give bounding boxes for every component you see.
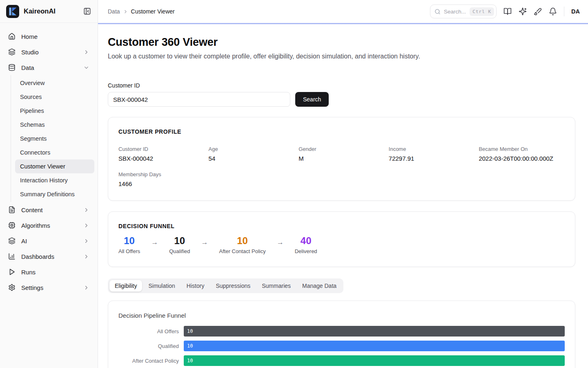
docs-button[interactable] xyxy=(503,7,512,16)
ai-assistant-button[interactable] xyxy=(519,7,527,16)
funnel-stage: 40 Delivered xyxy=(295,236,317,254)
funnel-bar: 10 xyxy=(184,355,565,366)
profile-field: Became Member On 2022-03-26T00:00:00.000… xyxy=(479,146,565,162)
stage-value: 10 xyxy=(118,236,140,246)
field-value: SBX-000042 xyxy=(118,155,205,162)
breadcrumb-parent[interactable]: Data xyxy=(108,8,120,15)
bar-value: 10 xyxy=(187,358,193,364)
customer-profile-card: CUSTOMER PROFILE Customer ID SBX-000042 … xyxy=(108,117,575,201)
stage-label: Qualified xyxy=(169,248,190,254)
sidebar-item-content[interactable]: Content xyxy=(3,202,94,218)
sidebar-item-studio[interactable]: Studio xyxy=(3,44,94,60)
sidebar-subitem-sources[interactable]: Sources xyxy=(15,90,94,104)
home-icon xyxy=(8,33,16,40)
funnel-stage: 10 Qualified xyxy=(169,236,190,254)
topbar-divider xyxy=(564,7,564,16)
stage-value: 10 xyxy=(219,236,266,246)
chevron-down-icon xyxy=(83,65,89,71)
sidebar-subitem-pipelines[interactable]: Pipelines xyxy=(15,104,94,118)
sidebar-item-label: Algorithms xyxy=(21,222,83,229)
sidebar-subitem-summary-definitions[interactable]: Summary Definitions xyxy=(15,187,94,201)
data-submenu: Overview Sources Pipelines Schemas Segme… xyxy=(11,75,94,202)
field-value: 54 xyxy=(209,155,295,162)
chevron-right-icon xyxy=(123,9,128,14)
tab-suppressions[interactable]: Suppressions xyxy=(210,280,256,292)
tab-eligibility[interactable]: Eligibility xyxy=(109,280,142,292)
bar-value: 10 xyxy=(187,328,193,334)
sidebar-subitem-connectors[interactable]: Connectors xyxy=(15,146,94,159)
layers-icon xyxy=(8,48,16,56)
book-open-icon xyxy=(503,7,512,16)
bar-track: 10 xyxy=(184,341,565,351)
sidebar-item-label: Home xyxy=(21,33,89,40)
sidebar-nav: Home Studio Data Overview Sources Pipeli… xyxy=(0,23,98,295)
chevron-right-icon xyxy=(83,254,89,260)
funnel-bar: 10 xyxy=(184,326,565,337)
sidebar-item-home[interactable]: Home xyxy=(3,29,94,44)
database-icon xyxy=(8,64,16,71)
tab-bar: Eligibility Simulation History Suppressi… xyxy=(108,278,343,293)
sidebar-item-label: Data xyxy=(21,64,83,71)
sidebar-item-algorithms[interactable]: Algorithms xyxy=(3,218,94,233)
funnel-bar: 10 xyxy=(184,341,565,351)
customer-id-input[interactable] xyxy=(108,92,290,107)
stage-value: 40 xyxy=(295,236,317,246)
search-button[interactable]: Search xyxy=(295,92,329,107)
chevron-right-icon xyxy=(83,285,89,291)
bar-chart-icon xyxy=(8,253,16,260)
stage-label: After Contact Policy xyxy=(219,248,266,254)
app-name: KaireonAI xyxy=(24,7,82,15)
search-input[interactable]: Search... Ctrl K xyxy=(430,4,497,18)
sidebar-item-data[interactable]: Data xyxy=(3,60,94,75)
funnel-stage: 10 After Contact Policy xyxy=(219,236,266,254)
sidebar-collapse-button[interactable] xyxy=(82,7,92,16)
gear-icon xyxy=(8,284,16,291)
tab-history[interactable]: History xyxy=(181,280,210,292)
chevron-right-icon xyxy=(83,238,89,244)
layers-icon xyxy=(8,237,16,245)
funnel-stages: 10 All Offers → 10 Qualified → 10 After … xyxy=(118,236,565,254)
stage-label: Delivered xyxy=(295,248,317,254)
sidebar-subitem-overview[interactable]: Overview xyxy=(15,76,94,90)
funnel-chart: All Offers 10 Qualified 10 After Contact… xyxy=(118,326,565,366)
chevron-right-icon xyxy=(83,49,89,55)
customer-id-label: Customer ID xyxy=(108,82,575,89)
sidebar-subitem-schemas[interactable]: Schemas xyxy=(15,118,94,132)
user-avatar[interactable]: DA xyxy=(571,8,580,15)
profile-field: Gender M xyxy=(298,146,385,162)
sidebar-header: KaireonAI xyxy=(0,0,98,23)
bar-value: 10 xyxy=(187,343,193,349)
notifications-button[interactable] xyxy=(549,7,557,16)
funnel-bar-row: After Contact Policy 10 xyxy=(118,355,565,366)
bar-label: All Offers xyxy=(118,328,184,334)
profile-field: Membership Days 1466 xyxy=(118,171,205,187)
sidebar-item-label: Dashboards xyxy=(21,253,83,260)
tab-simulation[interactable]: Simulation xyxy=(143,280,180,292)
cpu-icon xyxy=(8,222,16,229)
sidebar-subitem-customer-viewer[interactable]: Customer Viewer xyxy=(15,159,94,173)
bar-label: Qualified xyxy=(118,343,184,349)
sidebar-item-settings[interactable]: Settings xyxy=(3,280,94,295)
theme-button[interactable] xyxy=(534,7,542,16)
sidebar-item-label: Runs xyxy=(21,269,89,276)
arrow-right-icon: → xyxy=(151,236,158,247)
chevron-right-icon xyxy=(83,222,89,229)
sidebar-item-label: Content xyxy=(21,206,83,213)
tab-summaries[interactable]: Summaries xyxy=(256,280,296,292)
sidebar-item-dashboards[interactable]: Dashboards xyxy=(3,249,94,264)
sidebar-subitem-segments[interactable]: Segments xyxy=(15,132,94,146)
sidebar-item-runs[interactable]: Runs xyxy=(3,264,94,280)
tab-manage-data[interactable]: Manage Data xyxy=(297,280,342,292)
profile-field: Income 72297.91 xyxy=(389,146,475,162)
search-shortcut-badge: Ctrl K xyxy=(470,7,494,16)
sidebar-subitem-interaction-history[interactable]: Interaction History xyxy=(15,173,94,187)
search-placeholder: Search... xyxy=(444,9,466,15)
field-value: 1466 xyxy=(118,180,205,187)
arrow-right-icon: → xyxy=(201,236,208,247)
play-icon xyxy=(8,268,16,276)
paintbrush-icon xyxy=(534,7,542,16)
lookup-form: Search xyxy=(108,92,575,107)
chevron-right-icon xyxy=(83,207,89,213)
sidebar-item-ai[interactable]: AI xyxy=(3,233,94,249)
profile-field: Age 54 xyxy=(209,146,295,162)
